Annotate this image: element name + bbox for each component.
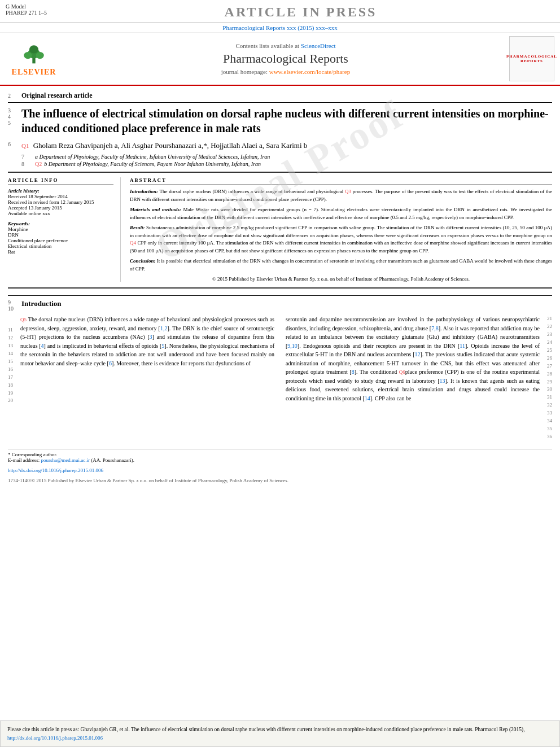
line-num-2: 2 [8,93,19,99]
q5-badge: Q5 [20,317,27,322]
ref-5-link[interactable]: 5 [161,343,164,349]
ref-14-link[interactable]: 14 [365,395,370,401]
abstract-col: ABSTRACT Introduction: The dorsal raphe … [130,177,552,282]
abstract-result: Result: Subcutaneous administration of m… [130,224,552,255]
accepted-value: Accepted 13 January 2015 [8,205,113,211]
homepage-link[interactable]: www.elsevier.com/locate/pharep [269,68,350,75]
q1-badge: Q1 [21,142,29,149]
col-gap [274,315,286,441]
email-link[interactable]: poursha@med.mui.ac.ir [41,457,90,463]
issn-text: 1734-1140/© 2015 Published by Elsevier U… [8,478,288,483]
copyright-text: © 2015 Published by Elsevier Urban & Par… [130,276,552,282]
article-type-line: 2 Original research article [8,91,552,103]
online-value: Available online xxx [8,211,113,216]
abstract-methods: Materials and methods: Male Wistar rats … [130,206,552,221]
g-model-block: G Model PHAREP 271 1–5 [6,3,47,16]
authors-block: 6 Q1 Gholam Reza Ghavipanjeh a, Ali Asgh… [8,141,552,150]
keywords-label: Keywords: [8,221,113,226]
main-divider [8,172,552,173]
issn-section: 1734-1140/© 2015 Published by Elsevier U… [8,475,552,484]
main-content: Original Proof 2 Original research artic… [0,86,560,490]
intro-divider [8,287,552,289]
intro-section: 9 10 Introduction 11 12 13 14 15 16 17 1… [8,295,552,441]
affil-line-1: 7 a Department of Physiology, Faculty of… [21,154,552,160]
svg-point-4 [29,45,38,53]
ref-3-link[interactable]: 3 [150,334,152,340]
journal-homepage: journal homepage: www.elsevier.com/locat… [68,68,504,75]
elsevier-logo-img [11,41,56,67]
ref-11-link[interactable]: 11 [460,343,465,349]
abstract-result-text1: Subcutaneous administration of morphine … [130,225,552,238]
abstract-conclusion: Conclusion: It is possible that electric… [130,257,552,273]
abstract-intro-label: Introduction: [130,189,158,194]
line-num-7: 7 [21,154,33,160]
abstract-methods-text: Male Wistar rats were divided for experi… [130,207,552,220]
ref-6-link[interactable]: 6 [109,360,112,366]
affil-line-2: 8 Q2 b Department of Physiology, Faculty… [21,161,552,167]
footnote-email-line: E-mail address: poursha@med.mui.ac.ir (A… [8,457,552,463]
journal-subtitle: Pharmacological Reports xxx (2015) xxx–x… [0,23,560,33]
line-num-9: 9 10 [8,299,19,312]
line-num-8: 8 [21,161,33,167]
keyword-rat: Rat [8,249,113,255]
keywords-group: Keywords: Morphine DRN Conditioned place… [8,221,113,255]
revised-value: Received in revised form 12 January 2015 [8,199,113,205]
ref-4-link[interactable]: 4 [41,343,44,349]
line-num-3: 3 4 5 [8,107,19,126]
email-suffix: (AA. Pourshanazari). [91,457,134,463]
pharep-text: PHAREP 271 1–5 [6,10,47,16]
affiliations-block: 7 a Department of Physiology, Faculty of… [8,154,552,167]
keyword-morphine: Morphine [8,226,113,232]
right-line-numbers: 21 22 23 24 25 26 27 28 29 30 31 32 33 3… [540,315,552,441]
keyword-drn: DRN [8,232,113,238]
article-title: The influence of electrical stimulation … [21,106,552,136]
intro-left-text: Q5 The dorsal raphe nucleus (DRN) influe… [20,315,274,368]
ref-7-8-link[interactable]: 7,8 [431,325,439,331]
affil-text-1: a Department of Physiology, Faculty of M… [35,154,270,160]
footnote-corresponding: * Corresponding author. [8,452,552,457]
history-group: Article history: Received 18 September 2… [8,188,113,216]
page-wrapper: G Model PHAREP 271 1–5 ARTICLE IN PRESS … [0,0,560,747]
sciencedirect-link[interactable]: ScienceDirect [301,42,336,49]
received-value: Received 18 September 2014 [8,194,113,199]
ref-9-10-link[interactable]: 9,10 [287,343,298,349]
affil-text-2: b Department of Physiology, Faculty of S… [44,161,261,167]
title-block: 3 4 5 The influence of electrical stimul… [8,106,552,136]
elsevier-brand-label: ELSEVIER [12,68,56,77]
q3-badge: Q3 [345,189,351,194]
article-info-title: ARTICLE INFO [8,177,113,185]
ref-8b-link[interactable]: 8 [352,369,355,375]
email-label: E-mail address: [8,457,40,463]
intro-two-col-wrapper: 11 12 13 14 15 16 17 18 19 20 Q5 The dor… [8,315,552,441]
intro-heading: Introduction [21,299,62,308]
ref-1-2-link[interactable]: 1,2 [160,325,168,331]
article-in-press-title: ARTICLE IN PRESS [47,3,554,20]
q2-badge: Q2 [35,161,42,167]
keyword-cpp: Conditioned place preference [8,238,113,243]
abstract-result-text2: CPP only in current intensity 100 μA. Th… [130,240,552,254]
q4-badge: Q4 [130,240,136,246]
doi-link[interactable]: http://dx.doi.org/10.1016/j.pharep.2015.… [8,468,103,473]
citation-text: Please cite this article in press as: Gh… [7,727,525,732]
doi-section: http://dx.doi.org/10.1016/j.pharep.2015.… [8,465,552,474]
article-info-col: ARTICLE INFO Article history: Received 1… [8,177,121,282]
q6-badge: Q6 [399,369,405,375]
history-label: Article history: [8,188,113,194]
ref-12-link[interactable]: 12 [415,351,421,357]
g-model-text: G Model [6,3,47,10]
abstract-result-label: Result: [130,225,145,230]
intro-left-col: Q5 The dorsal raphe nucleus (DRN) influe… [20,315,274,441]
journal-logo-box: PHARMACOLOGICALREPORTS [509,36,554,81]
abstract-conclusion-text: It is possible that electrical stimulati… [130,258,552,272]
intro-right-col: serotonin and dopamine neurotransmission… [286,315,540,441]
authors-line: 6 Q1 Gholam Reza Ghavipanjeh a, Ali Asgh… [8,141,552,150]
left-line-numbers: 11 12 13 14 15 16 17 18 19 20 [8,315,20,441]
abstract-intro: Introduction: The dorsal raphe nucleus (… [130,188,552,203]
homepage-label: journal homepage: [221,68,269,75]
ref-13-link[interactable]: 13 [440,378,445,384]
journal-title-main: Pharmacological Reports [68,51,504,66]
logo-box-text: PHARMACOLOGICALREPORTS [506,54,557,63]
elsevier-logo: ELSEVIER [6,41,62,77]
abstract-conclusion-label: Conclusion: [130,258,156,264]
citation-doi-link[interactable]: http://dx.doi.org/10.1016/j.pharep.2015.… [7,735,103,741]
